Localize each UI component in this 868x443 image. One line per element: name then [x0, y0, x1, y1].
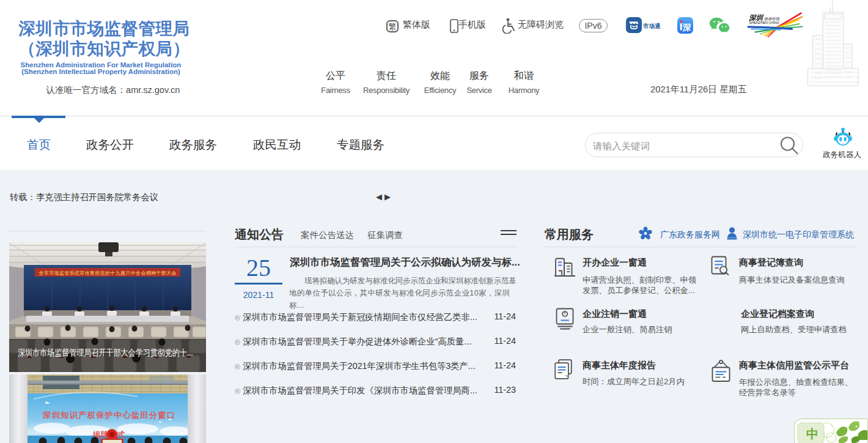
svg-text:中: 中: [806, 427, 818, 441]
svg-text:深: 深: [682, 23, 691, 32]
svg-text:深圳知识产权保护中心盐田分窗口: 深圳知识产权保护中心盐田分窗口: [42, 411, 175, 420]
svg-text:SHENZHEN CHINA: SHENZHEN CHINA: [749, 21, 779, 24]
svg-text:全市市场监管系统宣传贯彻党的十九届六中全会精神干部大会: 全市市场监管系统宣传贯彻党的十九届六中全会精神干部大会: [39, 270, 177, 276]
